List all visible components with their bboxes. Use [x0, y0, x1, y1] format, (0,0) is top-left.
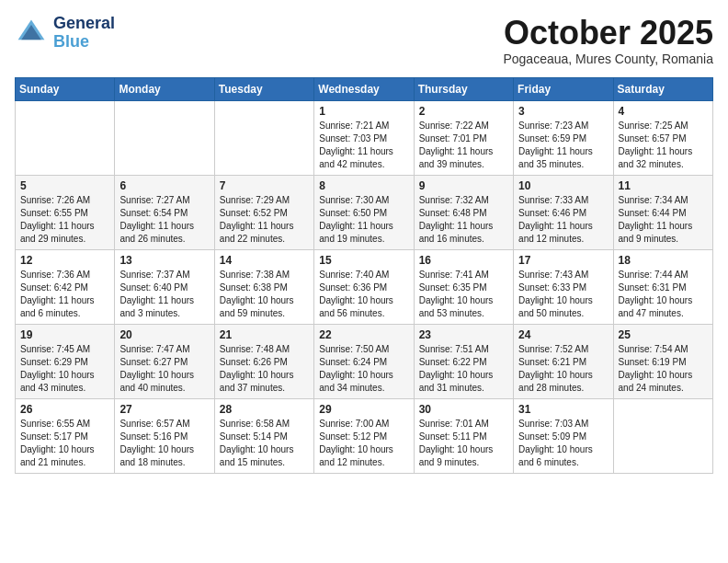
calendar-cell: 3Sunrise: 7:23 AM Sunset: 6:59 PM Daylig…	[514, 100, 613, 175]
day-number: 30	[419, 403, 508, 416]
day-info: Sunrise: 7:30 AM Sunset: 6:50 PM Dayligh…	[319, 194, 408, 246]
calendar-week-1: 1Sunrise: 7:21 AM Sunset: 7:03 PM Daylig…	[16, 100, 713, 175]
day-info: Sunrise: 7:27 AM Sunset: 6:54 PM Dayligh…	[119, 194, 209, 246]
day-number: 21	[220, 328, 309, 341]
calendar-cell: 17Sunrise: 7:43 AM Sunset: 6:33 PM Dayli…	[514, 249, 613, 324]
day-number: 17	[518, 254, 608, 267]
calendar-cell	[115, 100, 214, 175]
calendar-cell: 2Sunrise: 7:22 AM Sunset: 7:01 PM Daylig…	[414, 100, 513, 175]
calendar-cell: 15Sunrise: 7:40 AM Sunset: 6:36 PM Dayli…	[314, 249, 414, 324]
calendar-cell: 23Sunrise: 7:51 AM Sunset: 6:22 PM Dayli…	[414, 324, 513, 398]
day-info: Sunrise: 7:54 AM Sunset: 6:19 PM Dayligh…	[619, 343, 708, 395]
day-info: Sunrise: 7:36 AM Sunset: 6:42 PM Dayligh…	[20, 269, 109, 320]
calendar-week-4: 19Sunrise: 7:45 AM Sunset: 6:29 PM Dayli…	[16, 324, 713, 398]
day-info: Sunrise: 7:25 AM Sunset: 6:57 PM Dayligh…	[619, 120, 708, 171]
day-info: Sunrise: 6:57 AM Sunset: 5:16 PM Dayligh…	[119, 418, 209, 469]
day-number: 6	[119, 179, 209, 192]
day-number: 11	[619, 179, 708, 192]
day-number: 8	[319, 179, 408, 192]
day-info: Sunrise: 7:37 AM Sunset: 6:40 PM Dayligh…	[119, 269, 209, 320]
header-tuesday: Tuesday	[214, 77, 313, 100]
day-number: 31	[518, 403, 608, 416]
day-info: Sunrise: 7:52 AM Sunset: 6:21 PM Dayligh…	[518, 343, 608, 395]
calendar-cell: 22Sunrise: 7:50 AM Sunset: 6:24 PM Dayli…	[314, 324, 414, 398]
day-number: 22	[319, 328, 408, 341]
day-number: 24	[518, 328, 608, 341]
day-number: 9	[419, 179, 508, 192]
calendar-cell: 4Sunrise: 7:25 AM Sunset: 6:57 PM Daylig…	[613, 100, 712, 175]
calendar-cell: 26Sunrise: 6:55 AM Sunset: 5:17 PM Dayli…	[16, 398, 115, 473]
calendar-cell: 12Sunrise: 7:36 AM Sunset: 6:42 PM Dayli…	[16, 249, 115, 324]
logo-name: General Blue	[53, 15, 115, 52]
day-info: Sunrise: 7:33 AM Sunset: 6:46 PM Dayligh…	[518, 194, 608, 246]
header-monday: Monday	[115, 77, 214, 100]
header-friday: Friday	[514, 77, 613, 100]
calendar-cell	[214, 100, 313, 175]
day-info: Sunrise: 7:43 AM Sunset: 6:33 PM Dayligh…	[518, 269, 608, 320]
calendar-cell: 9Sunrise: 7:32 AM Sunset: 6:48 PM Daylig…	[414, 175, 513, 249]
calendar-cell: 14Sunrise: 7:38 AM Sunset: 6:38 PM Dayli…	[214, 249, 313, 324]
day-number: 27	[119, 403, 209, 416]
calendar-cell: 16Sunrise: 7:41 AM Sunset: 6:35 PM Dayli…	[414, 249, 513, 324]
calendar-cell: 31Sunrise: 7:03 AM Sunset: 5:09 PM Dayli…	[514, 398, 613, 473]
header-thursday: Thursday	[414, 77, 513, 100]
day-number: 26	[20, 403, 109, 416]
day-info: Sunrise: 7:22 AM Sunset: 7:01 PM Dayligh…	[419, 120, 508, 171]
day-number: 7	[220, 179, 309, 192]
calendar-cell: 29Sunrise: 7:00 AM Sunset: 5:12 PM Dayli…	[314, 398, 414, 473]
calendar-week-2: 5Sunrise: 7:26 AM Sunset: 6:55 PM Daylig…	[16, 175, 713, 249]
day-number: 16	[419, 254, 508, 267]
calendar-cell: 8Sunrise: 7:30 AM Sunset: 6:50 PM Daylig…	[314, 175, 414, 249]
header-sunday: Sunday	[16, 77, 115, 100]
day-info: Sunrise: 7:44 AM Sunset: 6:31 PM Dayligh…	[619, 269, 708, 320]
day-info: Sunrise: 7:32 AM Sunset: 6:48 PM Dayligh…	[419, 194, 508, 246]
calendar-cell: 24Sunrise: 7:52 AM Sunset: 6:21 PM Dayli…	[514, 324, 613, 398]
calendar-week-3: 12Sunrise: 7:36 AM Sunset: 6:42 PM Dayli…	[16, 249, 713, 324]
day-number: 18	[619, 254, 708, 267]
day-number: 13	[119, 254, 209, 267]
calendar-cell: 10Sunrise: 7:33 AM Sunset: 6:46 PM Dayli…	[514, 175, 613, 249]
day-info: Sunrise: 7:45 AM Sunset: 6:29 PM Dayligh…	[20, 343, 109, 395]
page-header: General Blue October 2025 Pogaceaua, Mur…	[15, 15, 713, 66]
calendar-cell: 28Sunrise: 6:58 AM Sunset: 5:14 PM Dayli…	[214, 398, 313, 473]
calendar-cell: 7Sunrise: 7:29 AM Sunset: 6:52 PM Daylig…	[214, 175, 313, 249]
day-number: 29	[319, 403, 408, 416]
header-saturday: Saturday	[613, 77, 712, 100]
day-info: Sunrise: 7:26 AM Sunset: 6:55 PM Dayligh…	[20, 194, 109, 246]
calendar-header-row: SundayMondayTuesdayWednesdayThursdayFrid…	[16, 77, 713, 100]
day-info: Sunrise: 7:50 AM Sunset: 6:24 PM Dayligh…	[319, 343, 408, 395]
day-info: Sunrise: 7:00 AM Sunset: 5:12 PM Dayligh…	[319, 418, 408, 469]
calendar-cell: 25Sunrise: 7:54 AM Sunset: 6:19 PM Dayli…	[613, 324, 712, 398]
day-number: 2	[419, 105, 508, 118]
day-number: 15	[319, 254, 408, 267]
calendar-week-5: 26Sunrise: 6:55 AM Sunset: 5:17 PM Dayli…	[16, 398, 713, 473]
day-info: Sunrise: 7:03 AM Sunset: 5:09 PM Dayligh…	[518, 418, 608, 469]
day-info: Sunrise: 7:40 AM Sunset: 6:36 PM Dayligh…	[319, 269, 408, 320]
day-number: 25	[619, 328, 708, 341]
logo-icon	[15, 17, 48, 50]
title-block: October 2025 Pogaceaua, Mures County, Ro…	[503, 15, 713, 66]
day-info: Sunrise: 6:58 AM Sunset: 5:14 PM Dayligh…	[220, 418, 309, 469]
day-info: Sunrise: 7:23 AM Sunset: 6:59 PM Dayligh…	[518, 120, 608, 171]
day-number: 10	[518, 179, 608, 192]
calendar-cell: 6Sunrise: 7:27 AM Sunset: 6:54 PM Daylig…	[115, 175, 214, 249]
day-info: Sunrise: 7:38 AM Sunset: 6:38 PM Dayligh…	[220, 269, 309, 320]
location-subtitle: Pogaceaua, Mures County, Romania	[503, 52, 713, 66]
day-number: 28	[220, 403, 309, 416]
day-info: Sunrise: 7:21 AM Sunset: 7:03 PM Dayligh…	[319, 120, 408, 171]
day-info: Sunrise: 7:51 AM Sunset: 6:22 PM Dayligh…	[419, 343, 508, 395]
logo: General Blue	[15, 15, 115, 52]
month-title: October 2025	[503, 15, 713, 52]
calendar-cell: 20Sunrise: 7:47 AM Sunset: 6:27 PM Dayli…	[115, 324, 214, 398]
calendar-cell: 18Sunrise: 7:44 AM Sunset: 6:31 PM Dayli…	[613, 249, 712, 324]
header-wednesday: Wednesday	[314, 77, 414, 100]
calendar-cell: 21Sunrise: 7:48 AM Sunset: 6:26 PM Dayli…	[214, 324, 313, 398]
calendar-cell	[613, 398, 712, 473]
day-number: 12	[20, 254, 109, 267]
day-info: Sunrise: 7:41 AM Sunset: 6:35 PM Dayligh…	[419, 269, 508, 320]
calendar-cell: 19Sunrise: 7:45 AM Sunset: 6:29 PM Dayli…	[16, 324, 115, 398]
day-info: Sunrise: 7:01 AM Sunset: 5:11 PM Dayligh…	[419, 418, 508, 469]
day-number: 4	[619, 105, 708, 118]
day-number: 14	[220, 254, 309, 267]
day-number: 3	[518, 105, 608, 118]
